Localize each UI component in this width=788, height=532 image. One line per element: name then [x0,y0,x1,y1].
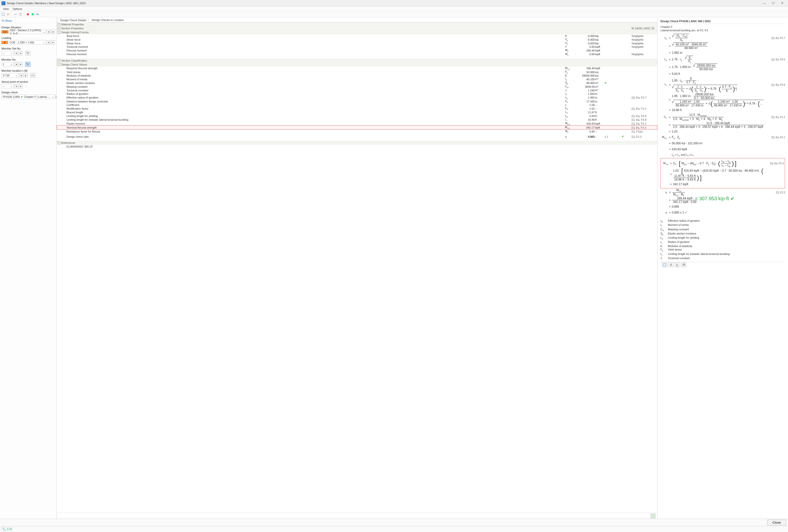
grp-section[interactable]: +Section PropertiesW 18x50 | AISC 16 [57,26,657,30]
ds-prev[interactable]: ◂ [46,29,51,34]
right-subtitle: Lateral-torsional buckling acc. to F2, F… [661,29,785,32]
dcv-row: Plastic momentMp,y420.83kipft[1], Eq. F2… [57,122,657,125]
legend-row: JTorsional constant [661,256,785,260]
svg-point-6 [32,13,34,16]
minimize-button[interactable]: — [760,0,769,6]
legend-row: IzMoment of inertia [661,223,785,227]
memberloc-xtool[interactable]: xi/xj [30,73,36,78]
legend-row: rtsEffective radius of gyration [661,219,785,223]
memberloc-prev[interactable]: ◂ [19,73,23,78]
tool-5[interactable] [26,12,30,17]
dcv-row: Moment of inertiaIz40.100in⁴ [57,77,657,81]
legend-row: EModulus of elasticity [661,244,785,248]
tool-4[interactable] [18,12,23,17]
memberloc-input[interactable]: 17.50⌄ [1,73,19,78]
memberno-combo[interactable]: 1⌄ [1,62,14,66]
center-tool-1[interactable] [650,514,656,518]
tab-checks-location[interactable]: Design Checks in Location [89,18,126,22]
tab-details[interactable]: Design Check Details [58,18,89,22]
eq-cb-1: Cb= 12.5 · Mr,y,max2.5 · Mr,y,max + 3 · … [661,113,785,121]
eq-cond: Lp < Lb and Lb ≤ Lr [661,152,785,158]
footer-bar: Close [0,519,788,526]
right-title: Design Check FF4100 | AISC 360 | 2022 [661,19,785,24]
memberset-next[interactable]: ▸ [19,51,23,55]
sidebar: To Show Design Situation 2.3 DS2 - Secti… [0,17,57,519]
close-button[interactable]: Close [767,520,786,525]
dif-row: Torsional momentT0.00kipftNegligible [57,45,657,48]
eq-lp-2: = 1.76 · 1.650 in · 29000.000 ksi50.000 … [661,63,785,71]
legend-row: CwWarping constant [661,228,785,232]
status-bar: 🔍 0,00 [0,526,788,532]
memberno-pick[interactable] [25,62,31,67]
dcv-row: Required flexural strengthMr,y266.44kipf… [57,66,657,70]
grp-dif[interactable]: −Design Internal Forces [57,30,657,34]
dcv-row: Effective radius of gyrationrts1.982in[1… [57,96,657,99]
dif-row: Shear forceVy0.000kipNegligible [57,38,657,41]
dcv-row: Modification factorCb1.02--[1], Eq. F1-1 [57,107,657,110]
memberloc-label: Member location x [ft] [1,69,55,72]
grp-dcv[interactable]: −Design Check Values [57,63,657,66]
grp-class[interactable]: +Section Classification [57,59,657,63]
eq-mpy-1: Mp,y=Fy · Zy [1], Eq. F2-1 [661,135,785,140]
legend-row: FyYield stress [661,248,785,252]
loading-prev[interactable]: ◂ [46,40,51,44]
close-window-button[interactable]: ✕ [777,0,787,6]
ds-combo[interactable]: DS2 - Section 2.3 (LRFD), 1. to 5.⌄ [9,29,46,34]
svg-rect-7 [652,515,654,517]
right-chapter: Chapter F [661,25,785,28]
eq-lr-3: =16.96 ft [661,107,785,113]
stress-next[interactable]: ▸ [19,84,23,88]
stress-combo[interactable]: --⌄ [1,84,14,88]
memberset-prev[interactable]: ◂ [14,51,18,55]
eq-rts-1: rts= √(Iz · Cw)Sy [1], Eq. F2-7 [661,34,785,42]
ref-row: [1] ANSI/AISC 360-22 [57,145,657,148]
memberno-prev[interactable]: ◂ [14,62,18,66]
dcv-row: Coefficientc1.00-- [57,103,657,107]
grp-material[interactable]: +Material Properties [57,22,657,26]
designcheck-combo[interactable]: FF4100 0.865 ✔ Chapter F | Lateral-torsi… [1,95,55,99]
dcv-row: Warping constantCw3040.00in⁶ [57,85,657,89]
rtool-print[interactable] [681,262,687,267]
menu-options[interactable]: Options [11,7,24,11]
svg-rect-14 [683,264,684,264]
center-panel: Design Check Details Design Checks in Lo… [57,17,657,519]
status-icon-1[interactable]: 🔍 [1,527,6,532]
dcv-row: Distance between flange centroidsho17.43… [57,99,657,103]
loading-combo[interactable]: CO6 - 1.20D + 1.60L⌄ [8,40,46,44]
rtool-3[interactable]: ∑ [675,262,680,267]
tool-6[interactable] [31,12,35,17]
ds-label: Design Situation [1,26,55,29]
tool-3[interactable] [13,12,18,17]
status-icon-2[interactable]: 0,00 [7,527,12,532]
grp-refs[interactable]: −References [57,141,657,145]
menu-view[interactable]: View [1,7,11,11]
dcv-row: Yield stressFy50.000ksi [57,70,657,74]
eq-lr-2: = 1.95 · 1.982 in · 29000.000 ksi0.7 · 5… [661,93,785,107]
maximize-button[interactable]: ☐ [769,0,777,6]
titlebar: Design Check Details | Members | Steel D… [0,0,788,6]
dcv-row: Nominal flexural strengthMn,y342.17kipft… [57,125,657,130]
memberset-combo[interactable]: --⌄ [1,51,14,55]
loading-next[interactable]: ▸ [51,40,55,44]
svg-rect-0 [2,13,4,16]
memberloc-next[interactable]: ▸ [24,73,27,78]
eq-mny-1: Mn,y= Cb · [ Mp,y − (Mp,y − 0.7 · Fy · S… [662,159,784,168]
rtool-1[interactable] [662,262,667,267]
tool-1[interactable] [1,12,5,17]
tool-2[interactable] [6,12,11,17]
dcv-row: Elastic section modulusSy88.900in³✔ [57,81,657,85]
stress-prev[interactable]: ◂ [14,84,18,88]
ratio-ok-icon: ✔ [622,135,632,138]
memberset-pick[interactable] [25,51,31,56]
tool-7[interactable] [36,12,40,17]
rtool-2[interactable] [668,262,674,267]
eq-mny-2: = 1.02 · [ 420.83 kipft − (420.83 kipft … [662,168,784,181]
eq-mpy-3: =420.83 kipft [661,146,785,152]
memberno-next[interactable]: ▸ [19,62,23,66]
dcv-row: Radius of gyrationrz1.650in [57,92,657,96]
legend-row: LpLimiting length for yielding [661,236,785,240]
ds-next[interactable]: ▸ [51,29,55,34]
eq-eta-2: = 266.44 kipft342.17 kipft · 0.90 = 307.… [661,197,785,204]
loading-badge: 2 [1,41,8,44]
dcv-row: Resistance factor for flexureΦb0.90--[1]… [57,130,657,133]
